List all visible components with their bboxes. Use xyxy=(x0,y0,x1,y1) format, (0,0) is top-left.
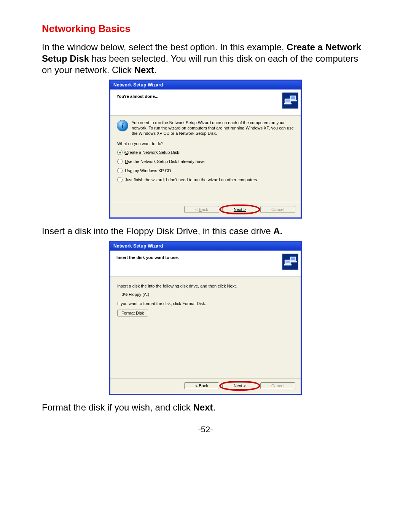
wizard-titlebar: Network Setup Wizard xyxy=(110,242,301,251)
section-title: Networking Basics xyxy=(42,23,369,35)
radio-indicator[interactable] xyxy=(117,168,123,173)
back-button[interactable]: < Back xyxy=(184,206,219,213)
text-bold: Next xyxy=(193,402,213,412)
radio-option[interactable]: Just finish the wizard; I don't need to … xyxy=(117,177,294,182)
info-text: You need to run the Network Setup Wizard… xyxy=(132,120,294,136)
wizard-button-bar: < Back Next > Cancel xyxy=(110,378,301,394)
button-label: Next > xyxy=(234,207,246,212)
wizard-content: i You need to run the Network Setup Wiza… xyxy=(110,116,301,202)
info-icon: i xyxy=(117,120,128,131)
wizard-window-2: Network Setup Wizard Insert the disk you… xyxy=(109,241,302,395)
text-fragment: In the window below, select the best opt… xyxy=(42,42,287,52)
wizard-content: Insert a disk the into the following dis… xyxy=(110,277,301,378)
svg-rect-11 xyxy=(284,264,292,265)
radio-indicator[interactable] xyxy=(117,159,123,164)
cancel-button[interactable]: Cancel xyxy=(260,206,295,213)
network-computers-icon xyxy=(282,254,298,270)
wizard-header: You're almost done... xyxy=(110,89,301,116)
intro-paragraph-1: In the window below, select the best opt… xyxy=(42,42,369,76)
instruction-text: Insert a disk the into the following dis… xyxy=(117,284,294,288)
svg-rect-10 xyxy=(285,260,290,263)
wizard-subtitle: Insert the disk you want to use. xyxy=(116,254,179,260)
intro-paragraph-3: Format the disk if you wish, and click N… xyxy=(42,402,369,413)
radio-label: Just finish the wizard; I don't need to … xyxy=(125,177,257,182)
format-disk-button[interactable]: Format Disk xyxy=(117,310,148,316)
text-fragment: . xyxy=(154,65,157,75)
next-button[interactable]: Next > xyxy=(222,382,257,389)
radio-indicator[interactable] xyxy=(117,177,123,182)
text-fragment: . xyxy=(213,402,216,412)
wizard-subtitle: You're almost done... xyxy=(116,93,158,99)
wizard-window-1: Network Setup Wizard You're almost done.… xyxy=(109,80,302,219)
intro-paragraph-2: Insert a disk into the Floppy Disk Drive… xyxy=(42,225,369,237)
network-computers-icon xyxy=(282,93,298,109)
wizard-header: Insert the disk you want to use. xyxy=(110,251,301,277)
text-fragment: has been selected. You will run this dis… xyxy=(42,53,358,75)
button-label: Cancel xyxy=(271,207,284,212)
radio-label: Use the Network Setup Disk I already hav… xyxy=(125,159,205,164)
cancel-button[interactable]: Cancel xyxy=(260,382,295,389)
next-button[interactable]: Next > xyxy=(222,206,257,213)
svg-rect-1 xyxy=(291,96,295,99)
radio-option[interactable]: Use the Network Setup Disk I already hav… xyxy=(117,159,294,164)
button-label: < Back xyxy=(195,207,208,212)
text-fragment: Insert a disk into the Floppy Disk Drive… xyxy=(42,226,273,236)
svg-rect-4 xyxy=(285,99,290,102)
radio-indicator[interactable] xyxy=(117,150,123,155)
format-hint-text: If you want to format the disk, click Fo… xyxy=(117,301,294,306)
radio-label: Create a Network Setup Disk xyxy=(125,150,180,155)
wizard-titlebar: Network Setup Wizard xyxy=(110,81,301,89)
wizard-question: What do you want to do? xyxy=(117,141,294,146)
text-fragment: Format the disk if you wish, and click xyxy=(42,402,193,412)
radio-option[interactable]: Use my Windows XP CD xyxy=(117,168,294,173)
back-button[interactable]: < Back xyxy=(184,382,219,389)
button-label: < Back xyxy=(195,383,208,388)
page-number: -52- xyxy=(42,425,369,435)
radio-option[interactable]: Create a Network Setup Disk xyxy=(117,150,294,155)
svg-rect-5 xyxy=(284,103,292,104)
button-label: Next > xyxy=(234,383,246,388)
radio-label: Use my Windows XP CD xyxy=(125,168,171,173)
wizard-button-bar: < Back Next > Cancel xyxy=(110,202,301,217)
button-label: Cancel xyxy=(271,383,284,388)
button-label: Format Disk xyxy=(121,311,144,315)
svg-rect-7 xyxy=(291,257,295,260)
drive-label: 3½ Floppy (A:) xyxy=(122,292,294,297)
text-bold: Next xyxy=(134,65,154,75)
text-bold: A. xyxy=(273,226,282,236)
